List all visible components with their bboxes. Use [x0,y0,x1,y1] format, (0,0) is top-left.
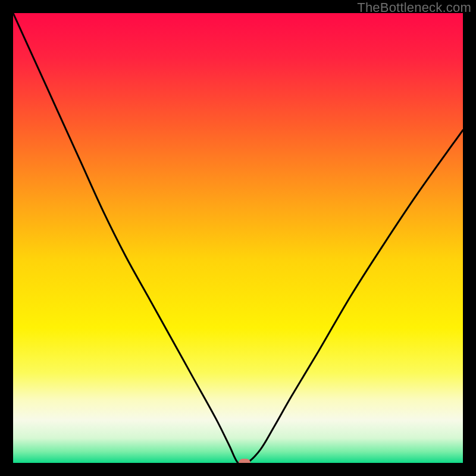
watermark-label: TheBottleneck.com [357,0,471,15]
bottleneck-curve [13,13,463,463]
chart-plot-area [13,13,463,463]
chart-frame: TheBottleneck.com [0,0,476,476]
optimum-marker [239,459,250,463]
